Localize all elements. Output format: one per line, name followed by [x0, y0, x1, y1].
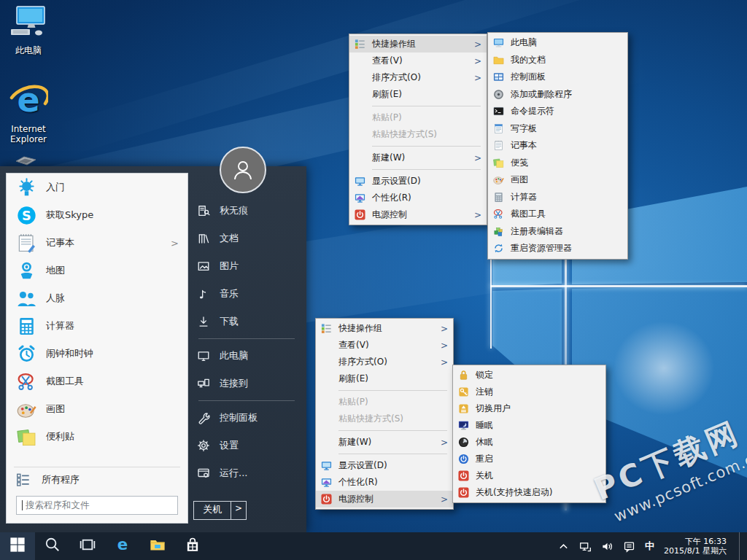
context-menu-item[interactable]: 快捷操作组>	[316, 320, 453, 337]
taskbar-search-button[interactable]	[35, 532, 70, 560]
ime-indicator[interactable]: 中	[645, 540, 654, 553]
quick-actions-item[interactable]: 控制面板	[488, 69, 627, 86]
start-menu-app[interactable]: S获取Skype	[7, 201, 187, 229]
power-menu-item-label: 注销	[476, 386, 600, 398]
empty-icon	[320, 413, 333, 425]
start-menu-place[interactable]: 连接到	[188, 370, 305, 397]
context-menu-item: 粘贴快捷方式(S)	[349, 126, 487, 143]
quick-actions-item[interactable]: 截图工具	[488, 206, 627, 223]
volume-icon[interactable]	[601, 540, 614, 553]
context-menu-item[interactable]: 显示设置(D)	[316, 457, 453, 474]
context-menu-item-label: 查看(V)	[372, 55, 467, 67]
start-menu-place[interactable]: 控制面板	[188, 404, 305, 432]
start-menu-place[interactable]: 秋无痕	[188, 197, 305, 225]
context-menu-item[interactable]: 电源控制>	[349, 206, 487, 223]
start-menu-app[interactable]: 截图工具	[7, 368, 187, 395]
skype-icon: S	[15, 204, 37, 226]
start-menu-place[interactable]: 设置	[188, 432, 305, 459]
power-menu-item[interactable]: 关机(支持快速启动)	[453, 484, 605, 501]
file-explorer-button[interactable]	[140, 532, 175, 560]
submenu-arrow-icon: >	[474, 56, 481, 66]
quick-actions-item[interactable]: 写字板	[488, 120, 627, 138]
quick-actions-item[interactable]: 此电脑	[488, 34, 627, 52]
quick-actions-item[interactable]: 我的文档	[488, 52, 627, 69]
edge-button[interactable]: e	[105, 532, 140, 560]
quick-actions-item[interactable]: 重启资源管理器	[488, 240, 627, 257]
start-menu-place[interactable]: 音乐	[188, 280, 305, 308]
power-menu-item[interactable]: 锁定	[453, 367, 605, 384]
context-menu-item[interactable]: 新建(W)>	[316, 434, 453, 451]
start-button[interactable]	[0, 532, 35, 560]
all-programs-button[interactable]: 所有程序	[7, 469, 187, 491]
context-menu-item[interactable]: 电源控制>	[316, 491, 453, 508]
tray-chevron-up-icon[interactable]	[557, 540, 570, 553]
power-menu-item[interactable]: 重启	[453, 451, 605, 467]
submenu-arrow-icon: >	[441, 324, 448, 334]
quick-actions-item[interactable]: 计算器	[488, 189, 627, 206]
store-button[interactable]	[175, 532, 210, 560]
start-menu-place[interactable]: 图片	[188, 252, 305, 280]
quick-actions-item[interactable]: 便笺	[488, 155, 627, 172]
context-menu-item[interactable]: 显示设置(D)	[349, 173, 487, 190]
shutdown-button[interactable]: 关机 >	[193, 501, 247, 520]
this-pc-icon	[0, 6, 57, 43]
quick-actions-item[interactable]: 命令提示符	[488, 103, 627, 120]
maps-icon	[15, 260, 37, 281]
network-icon[interactable]	[579, 540, 592, 553]
context-menu-item[interactable]: 快捷操作组>	[349, 36, 487, 52]
task-view-button[interactable]	[70, 532, 105, 560]
start-menu-app-label: 记事本	[46, 236, 171, 249]
search-input[interactable]: 搜索程序和文件	[16, 496, 178, 515]
shutdown-label[interactable]: 关机	[193, 501, 231, 520]
context-menu-item[interactable]: 刷新(E)	[316, 370, 453, 387]
context-menu-item[interactable]: 排序方式(O)>	[316, 354, 453, 370]
shutdown-options-arrow[interactable]: >	[231, 501, 247, 520]
start-menu-app[interactable]: 记事本>	[7, 229, 187, 257]
quick-actions-item[interactable]: 记事本	[488, 137, 627, 155]
power-menu-item[interactable]: 睡眠	[453, 417, 605, 434]
start-menu-app[interactable]: 画图	[7, 395, 187, 423]
power-menu-item[interactable]: 注销	[453, 384, 605, 400]
power-menu-item[interactable]: 切换用户	[453, 400, 605, 417]
context-menu-item[interactable]: 查看(V)>	[316, 337, 453, 354]
start-menu-app[interactable]: 闹钟和时钟	[7, 340, 187, 368]
start-menu-app-label: 截图工具	[46, 375, 182, 388]
start-menu-app[interactable]: 地图	[7, 257, 187, 284]
start-menu-app[interactable]: 计算器	[7, 312, 187, 340]
quick-actions-item-label: 便笺	[511, 157, 622, 169]
action-center-icon[interactable]	[623, 540, 635, 553]
context-menu-item-label: 粘贴(P)	[372, 112, 481, 124]
quick-actions-item-label: 重启资源管理器	[511, 242, 622, 254]
quick-actions-item[interactable]: 添加或删除程序	[488, 86, 627, 104]
power-menu-item[interactable]: 休眠	[453, 434, 605, 451]
desktop-icon-internet-explorer[interactable]: e Internet Explorer	[0, 80, 57, 144]
start-menu-place[interactable]: 此电脑	[188, 342, 305, 370]
internet-explorer-icon: e	[0, 80, 57, 122]
start-menu-app[interactable]: 便利贴	[7, 423, 187, 451]
start-menu-place[interactable]: 文档	[188, 225, 305, 252]
context-menu-item[interactable]: 刷新(E)	[349, 86, 487, 103]
start-menu-place[interactable]: 下载	[188, 308, 305, 335]
context-menu-item[interactable]: 排序方式(O)>	[349, 69, 487, 86]
context-menu-item[interactable]: 个性化(R)	[349, 190, 487, 206]
context-menu-item[interactable]: 新建(W)>	[349, 149, 487, 166]
snip-icon	[492, 209, 506, 220]
context-menu-item-label: 个性化(R)	[372, 192, 481, 204]
start-menu-place[interactable]: 运行...	[188, 459, 305, 487]
taskbar-clock[interactable]: 下午 16:33 2015/8/1 星期六	[664, 537, 727, 556]
context-menu-item-label: 显示设置(D)	[372, 175, 481, 187]
show-desktop-button[interactable]	[739, 532, 740, 560]
user-avatar[interactable]	[220, 147, 266, 193]
start-menu-app[interactable]: 入门	[7, 174, 187, 201]
desktop-icon-this-pc[interactable]: 此电脑	[0, 6, 57, 55]
folder-icon	[492, 54, 506, 66]
context-menu-item[interactable]: 查看(V)>	[349, 52, 487, 69]
quick-actions-item[interactable]: 画图	[488, 171, 627, 189]
context-menu-item[interactable]: 个性化(R)	[316, 474, 453, 491]
start-menu-app[interactable]: 人脉	[7, 284, 187, 312]
file-explorer-icon	[150, 537, 166, 556]
power-menu-item[interactable]: 关机	[453, 467, 605, 484]
tray-time: 下午 16:33	[664, 537, 727, 546]
quick-actions-item[interactable]: 注册表编辑器	[488, 223, 627, 241]
context-menu-item-label: 粘贴(P)	[338, 396, 448, 408]
